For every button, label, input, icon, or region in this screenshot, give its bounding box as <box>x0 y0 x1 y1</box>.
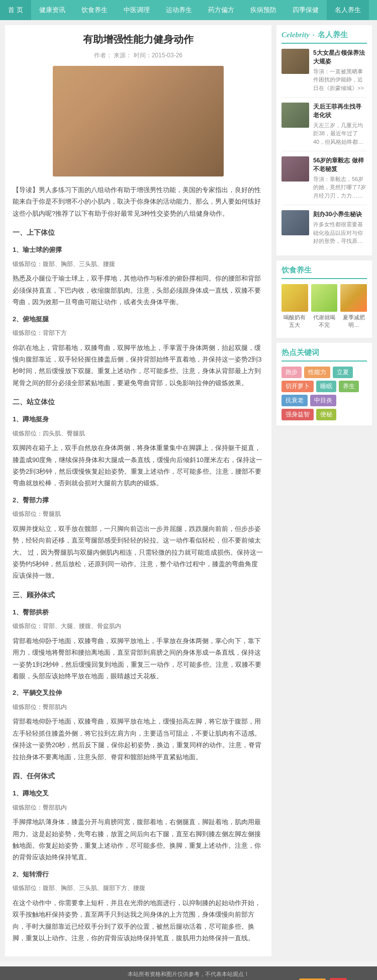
celebrity-item-3[interactable]: 56岁的章毅志 做样不老秘笈 导演：章毅志，56岁的她，竟然打哪了7岁月经刀刃，… <box>281 156 367 205</box>
nav-menu: 首 页 健康资讯 饮食养生 中医调理 运动养生 药方偏方 疾病预防 四季保健 名… <box>0 0 377 20</box>
food-item-2[interactable]: 代谢就喝不完 <box>311 284 338 329</box>
exercise-part-4-1: 锻炼部位：臀部肌内 <box>13 803 264 814</box>
article-body: 【导读】男人多练习下面的八组动作有助于增强男性功能，美国的专家指出，良好的性能来… <box>13 184 264 944</box>
exercise-name-4-1: 1、蹲地交叉 <box>13 787 264 799</box>
celebrity-item-title-2: 天后王菲再生找寻老化状 <box>313 103 367 120</box>
nav-exercise[interactable]: 运动养生 <box>158 0 200 20</box>
celebrity-text-1: 5大女星占领保养法大规姿 导演：一直被黑晒事件困扰的伊能静，近日在《折蒙倾城》>… <box>313 49 367 92</box>
footer-note: 本站所有资格和图片仅供参考，不代表本站观点！ <box>4 970 373 978</box>
food-section-title: 饮食养生 <box>281 265 367 279</box>
exercise-name-3-2: 2、平躺交叉拉伸 <box>13 687 264 698</box>
celebrity-text-3: 56岁的章毅志 做样不老秘笈 导演：章毅志，56岁的她，竟然打哪了7岁月经刀刃，… <box>313 156 367 200</box>
food-section: 饮食养生 喝酸奶有五大 代谢就喝不完 夏季减肥明… <box>276 260 372 338</box>
content-area: 有助增强性能力健身动作 作者： 来源： 时间：2015-03-26 【导读】男人… <box>5 25 271 956</box>
nav-remedy[interactable]: 药方偏方 <box>200 0 242 20</box>
food-thumb-3 <box>340 284 367 312</box>
keywords-section: 热点关键词 跑步 性能力 立夏 切开萝卜 睡眠 养生 抗衰老 中目炎 强身益智 … <box>276 343 372 425</box>
food-item-3[interactable]: 夏季减肥明… <box>340 284 367 329</box>
celebrity-thumb-1 <box>281 49 309 74</box>
celebrity-text-4: 刻办30小养生秘诀 许多女性都很需要基础化妆品以应对与你好的形势，寻找原材，和对… <box>313 210 367 245</box>
footer: 本站所有资格和图片仅供参考，不代表本站观点！ Copyright 2013 DE… <box>0 966 377 980</box>
celebrity-item-desc-4: 许多女性都很需要基础化妆品以应对与你好的形势，寻找原材，和对就基本和…>> <box>313 220 367 245</box>
exercise-part-2-1: 锻炼部位：四头肌、臀腿肌 <box>13 428 264 439</box>
exercise-desc-1-2: 你趴在地上，背部着地，双膝弯曲，双脚平放地上，手掌置于身体两侧，抬起双腿，缓慢向… <box>13 342 264 389</box>
exercise-desc-4-1: 手脚撑地趴薄身体，膝盖分开与肩膀同宽，腹部着地，右侧腿直，脚趾着地，肌肉用最用力… <box>13 816 264 863</box>
keyword-tag-0[interactable]: 跑步 <box>281 367 302 378</box>
section-title-1: 一、上下体位 <box>13 226 264 239</box>
exercise-desc-2-1: 双脚跨在箱子上，双手自然放在身体两侧，将身体重量集中在脚踝上，保持躯干挺直，膝盖… <box>13 442 264 489</box>
keyword-tag-2[interactable]: 立夏 <box>333 367 353 378</box>
food-items: 喝酸奶有五大 代谢就喝不完 夏季减肥明… <box>281 284 367 329</box>
exercise-part-3-2: 锻炼部位：臀部肌内 <box>13 702 264 713</box>
exercise-name-3-1: 1、臀部拱桥 <box>13 606 264 618</box>
keyword-tag-8[interactable]: 强身益智 <box>281 409 314 420</box>
exercise-part-4-2: 锻炼部位：腹部、胸部、三头肌、腿部下方、腰腹 <box>13 883 264 894</box>
exercise-part-1-1: 锻炼部位：腹部、胸部、三头肌、腰腹 <box>13 259 264 270</box>
nav-health-news[interactable]: 健康资讯 <box>31 0 73 20</box>
food-item-1[interactable]: 喝酸奶有五大 <box>281 284 308 329</box>
exercise-desc-4-2: 在这个动作中，你需要拿上短杆，并且在光滑的地面进行，以抑制膝的起始动作开始，双手… <box>13 897 264 944</box>
exercise-name-2-1: 1、蹲地挺身 <box>13 413 264 425</box>
celebrity-item-title-3: 56岁的章毅志 做样不老秘笈 <box>313 156 367 173</box>
keyword-tag-9[interactable]: 便秘 <box>316 409 336 420</box>
exercise-part-2-2: 锻炼部位：臀腿肌 <box>13 509 264 520</box>
exercise-desc-1-1: 熟悉及小腿位于瑜士球上，双手撑地，其他动作与标准的俯卧撑相同。你的腰部和背部必须… <box>13 273 264 308</box>
nav-disease[interactable]: 疾病预防 <box>242 0 285 20</box>
celebrity-title-dot: · <box>313 31 315 39</box>
exercise-desc-2-2: 双脚并拢站立，双手放在髋部，一只脚向前迈出一步并屈腿，跌跌腿向前前，但步步姿勢，… <box>13 523 264 582</box>
keyword-tag-3[interactable]: 切开萝卜 <box>281 381 314 392</box>
exercise-part-1-2: 锻炼部位：背部下方 <box>13 328 264 339</box>
celebrity-item-desc-2: 天左三岁，几重元均距38，最近年过了40，但风格始终都不…>> <box>313 121 367 146</box>
celebrity-title-italic: Celebrity <box>281 31 310 39</box>
section-title-2: 二、站立体位 <box>13 396 264 408</box>
section-title-4: 四、任何体式 <box>13 770 264 782</box>
keyword-tag-7[interactable]: 中目炎 <box>310 395 336 406</box>
article-intro: 【导读】男人多练习下面的八组动作有助于增强男性功能，美国的专家指出，良好的性能来… <box>13 184 264 219</box>
food-label-2: 代谢就喝不完 <box>311 314 338 329</box>
exercise-name-1-1: 1、瑜士球的俯撑 <box>13 244 264 255</box>
nav-celebrity[interactable]: 名人养生 <box>327 0 369 20</box>
celebrity-item-desc-1: 导演：一直被黑晒事件困扰的伊能静，近日在《折蒙倾城》>> <box>313 67 367 93</box>
keyword-tag-5[interactable]: 养生 <box>339 381 359 392</box>
celebrity-section-title: Celebrity · 名人养生 <box>281 30 367 44</box>
exercise-part-3-1: 锻炼部位：背部、大腿、腰腹、骨盆肌内 <box>13 621 264 632</box>
exercise-desc-3-2: 背部着地仰卧于地面，双膝弯曲，双脚平放在地上，缓慢抬高左脚，将它放于腹部，用左手… <box>13 716 264 763</box>
keyword-tag-6[interactable]: 抗衰老 <box>281 395 308 406</box>
keyword-tag-1[interactable]: 性能力 <box>304 367 330 378</box>
exercise-desc-3-1: 背部着地仰卧于地面，双膝弯曲，双脚平放地上，手掌放在身体两侧，掌心向下，靠下用力… <box>13 635 264 682</box>
celebrity-item-desc-3: 导演：章毅志，56岁的她，竟然打哪了7岁月经刀刃，力力……>> <box>313 175 367 200</box>
keyword-tags: 跑步 性能力 立夏 切开萝卜 睡眠 养生 抗衰老 中目炎 强身益智 便秘 <box>281 367 367 420</box>
exercise-name-4-2: 2、短转滑行 <box>13 868 264 880</box>
celebrity-section: Celebrity · 名人养生 5大女星占领保养法大规姿 导演：一直被黑晒事件… <box>276 25 372 255</box>
celebrity-text-2: 天后王菲再生找寻老化状 天左三岁，几重元均距38，最近年过了40，但风格始终都不… <box>313 103 367 146</box>
celebrity-thumb-3 <box>281 156 309 182</box>
section-title-3: 三、顾孙体式 <box>13 589 264 601</box>
site-header: 首 页 健康资讯 饮食养生 中医调理 运动养生 药方偏方 疾病预防 四季保健 名… <box>0 0 377 20</box>
exercise-name-1-2: 2、俯地挺腿 <box>13 313 264 325</box>
celebrity-thumb-4 <box>281 210 309 235</box>
nav-seasons[interactable]: 四季保健 <box>285 0 327 20</box>
celebrity-thumb-2 <box>281 103 309 128</box>
article-image-placeholder <box>53 66 224 176</box>
footer-copyright: Copyright 2013 DEDEMAO Inc.All Rights Re… <box>4 978 373 980</box>
food-label-3: 夏季减肥明… <box>340 314 367 329</box>
celebrity-title-text: 名人养生 <box>318 30 348 40</box>
nav-home[interactable]: 首 页 <box>0 0 31 20</box>
nav-tcm[interactable]: 中医调理 <box>116 0 158 20</box>
food-thumb-2 <box>311 284 338 312</box>
celebrity-item-title-4: 刻办30小养生秘诀 <box>313 210 367 219</box>
keyword-tag-4[interactable]: 睡眠 <box>316 381 336 392</box>
celebrity-item-2[interactable]: 天后王菲再生找寻老化状 天左三岁，几重元均距38，最近年过了40，但风格始终都不… <box>281 103 367 151</box>
celebrity-item-title-1: 5大女星占领保养法大规姿 <box>313 49 367 66</box>
sidebar: Celebrity · 名人养生 5大女星占领保养法大规姿 导演：一直被黑晒事件… <box>276 25 372 956</box>
celebrity-item-4[interactable]: 刻办30小养生秘诀 许多女性都很需要基础化妆品以应对与你好的形势，寻找原材，和对… <box>281 210 367 250</box>
article-meta: 作者： 来源： 时间：2015-03-26 <box>13 51 264 60</box>
food-label-1: 喝酸奶有五大 <box>281 314 308 329</box>
nav-diet[interactable]: 饮食养生 <box>73 0 116 20</box>
keywords-title: 热点关键词 <box>281 348 367 362</box>
footer-logo2: 源码 <box>330 978 347 980</box>
exercise-name-2-2: 2、臀部力撑 <box>13 494 264 506</box>
article-title: 有助增强性能力健身动作 <box>13 33 264 46</box>
article-image <box>13 66 264 178</box>
celebrity-item-1[interactable]: 5大女星占领保养法大规姿 导演：一直被黑晒事件困扰的伊能静，近日在《折蒙倾城》>… <box>281 49 367 98</box>
